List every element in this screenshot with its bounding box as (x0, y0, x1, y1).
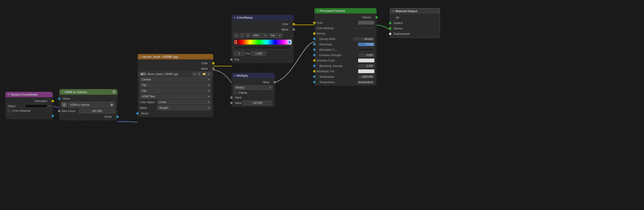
collapse-arrow-mo[interactable]: ∨ (392, 10, 394, 12)
colorramp-header[interactable]: ∨ ColorRamp (232, 15, 294, 20)
pv-temp-attr-value[interactable]: temperature (357, 80, 374, 84)
pv-emission-col-swatch[interactable] (358, 59, 374, 62)
cr-pos-label: Pos (246, 52, 250, 55)
object-picker-icon[interactable]: ✎ (48, 105, 50, 108)
colorramp-gradient[interactable] (234, 40, 292, 45)
value-in2-socket[interactable] (230, 102, 233, 104)
pv-temp-attr-socket[interactable] (313, 81, 316, 83)
udim-type-dropdown[interactable]: UDIM to Volume ⊕ (68, 102, 115, 108)
source-dropdown[interactable]: UDIM Tiles ▾ (140, 94, 211, 99)
pv-absorp-value[interactable] (358, 48, 374, 52)
pv-blackbody-int-socket[interactable] (313, 65, 316, 67)
pv-blackbody-int-value[interactable]: 0.000 (358, 64, 374, 68)
cr-index-input[interactable]: 1 (234, 51, 245, 56)
pv-blackbody-tint-socket[interactable] (313, 70, 316, 73)
volume-in-socket-mo[interactable] (389, 27, 391, 30)
alpha-dropdown[interactable]: Straight ▾ (157, 106, 211, 110)
pv-emission-col-socket[interactable] (313, 59, 316, 62)
pv-emission-str-value[interactable]: 0.000 (358, 53, 374, 57)
cr-remove-btn[interactable]: − (240, 33, 245, 38)
pv-densityattr-socket[interactable] (313, 38, 316, 40)
multiply-value-field[interactable]: 100.000 (243, 101, 272, 105)
alpha-out-socket-dicom[interactable] (212, 67, 215, 70)
udim-volume-header[interactable]: ∨ UDIM to Volume ⬒ (59, 89, 117, 95)
pv-emission-str-socket[interactable] (313, 54, 316, 56)
slice-count-socket[interactable] (58, 110, 60, 112)
vector-input-socket-udim[interactable] (58, 97, 60, 100)
pv-colorattr-value[interactable] (353, 28, 374, 28)
pv-temp-socket[interactable] (313, 76, 316, 78)
collapse-arrow-multiply[interactable]: ∨ (234, 74, 236, 77)
udim-volume-node: ∨ UDIM to Volume ⬒ Vector ⊙ UDIM to Volu… (59, 89, 117, 120)
multiply-type-dropdown[interactable]: Multiply ▾ (234, 85, 273, 90)
collapse-arrow[interactable]: ∨ (8, 93, 9, 96)
interpolation-dropdown[interactable]: Closest ▾ (140, 77, 211, 82)
cr-mode-dropdown[interactable]: Far ▾ (269, 33, 282, 38)
value-in1-socket[interactable] (230, 96, 233, 99)
from-instancer-checkbox[interactable] (8, 109, 11, 112)
image-type-btn[interactable]: ▣∨ (140, 72, 146, 76)
object-field[interactable] (25, 104, 47, 108)
material-output-header[interactable]: ∨ Material Output (390, 8, 440, 14)
principled-header[interactable]: ∨ Principled Volume (314, 8, 377, 13)
fac-in-socket[interactable] (230, 58, 233, 61)
surface-in-socket[interactable] (389, 22, 391, 24)
texture-coordinate-header[interactable]: ∨ Texture Coordinate (5, 92, 53, 97)
cr-stop-left[interactable] (234, 40, 237, 44)
vector-in-label-dicom: Vector (141, 112, 148, 115)
colorspace-dropdown[interactable]: Linear ▾ (157, 100, 211, 104)
pv-color-swatch[interactable] (358, 21, 374, 25)
cr-interp-dropdown[interactable]: HSV ▾ (252, 33, 268, 38)
udim-dropdown-icon: ⊕ (110, 103, 113, 107)
image-folder-btn[interactable]: 📁 (202, 72, 206, 76)
multiply-header[interactable]: ∨ Multiply (232, 73, 275, 78)
pv-densityattr-value[interactable]: density (353, 37, 374, 41)
displacement-in-socket[interactable] (389, 33, 391, 35)
cr-color-socket[interactable] (293, 23, 295, 25)
colorramp-stop-bar[interactable] (234, 46, 292, 49)
alpha-out-dicom: Alpha (138, 66, 213, 71)
dicom-header[interactable]: ∨ dicom_head_<UDIM>.jpg (138, 54, 213, 59)
cr-add-btn[interactable]: + (234, 33, 239, 38)
vector-out-socket-udim[interactable] (116, 116, 119, 118)
pv-absorp-socket[interactable] (313, 49, 316, 51)
interpolation-arrow: ▾ (208, 78, 209, 81)
cr-alpha-label: Alpha (281, 28, 288, 31)
pv-aniso-value[interactable]: 0.000 (358, 43, 374, 46)
pv-color-socket[interactable] (313, 22, 316, 24)
colorspace-arrow: ▾ (208, 101, 209, 103)
vector-output-socket[interactable] (52, 115, 54, 117)
pv-blackbody-tint-swatch[interactable] (358, 69, 374, 73)
clamp-checkbox[interactable] (234, 91, 237, 94)
image-copy-btn[interactable]: ⧉ (197, 72, 201, 76)
pv-temp-value[interactable]: 1000.000 (358, 75, 374, 79)
collapse-arrow-dicom[interactable]: ∨ (140, 55, 142, 58)
pv-aniso-row: Anisotropy 0.000 (314, 42, 377, 47)
udim-export-icon[interactable]: ⬒ (113, 90, 115, 94)
extension-dropdown[interactable]: Clip ▾ (140, 89, 211, 93)
value-out-socket[interactable] (274, 81, 276, 83)
color-out-socket-dicom[interactable] (212, 62, 215, 65)
cr-alpha-socket[interactable] (293, 28, 295, 31)
udim-icon[interactable]: ⊙ (62, 102, 67, 107)
slice-count-value[interactable]: 461.000 (79, 109, 115, 113)
udim-dropdown-row: ⊙ UDIM to Volume ⊕ (59, 101, 117, 108)
pv-aniso-socket[interactable] (313, 43, 316, 46)
pv-density-socket[interactable] (313, 32, 316, 35)
cr-more-btn[interactable]: ∨ (246, 33, 250, 38)
cr-pos-value[interactable]: 1.000 (251, 51, 266, 56)
generated-socket[interactable] (52, 100, 54, 102)
projection-dropdown[interactable]: Flat ▾ (140, 83, 211, 87)
collapse-arrow-udim[interactable]: ∨ (62, 91, 63, 93)
collapse-arrow-colorramp[interactable]: ∨ (234, 16, 236, 19)
volume-out-socket[interactable] (375, 16, 378, 19)
object-label: Object: (8, 105, 24, 108)
pv-density-row: Density (314, 31, 377, 36)
collapse-arrow-pv[interactable]: ∨ (317, 9, 318, 12)
vector-in-socket-dicom[interactable] (136, 112, 139, 115)
vector-output-row (5, 113, 53, 118)
image-shield-btn[interactable]: ⊛ (192, 72, 196, 76)
image-close-btn[interactable]: ✕ (207, 72, 211, 76)
projection-arrow: ▾ (208, 84, 209, 86)
cr-stop-right[interactable] (288, 40, 291, 44)
